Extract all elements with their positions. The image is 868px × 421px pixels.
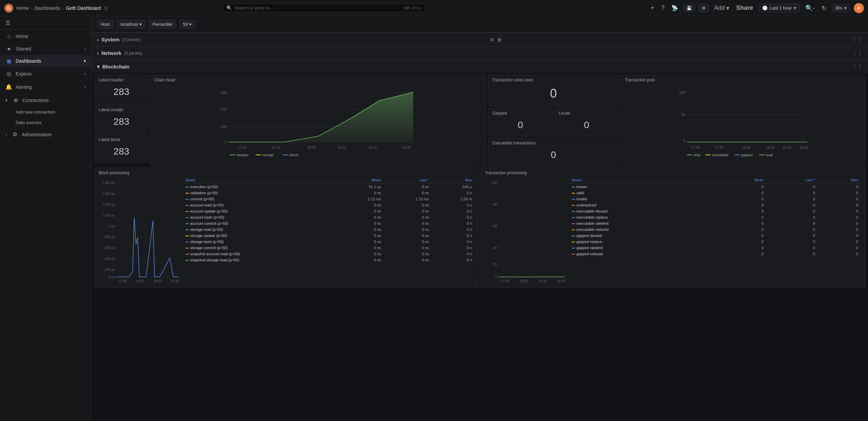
tx-processing-table: Name Mean Last * Max known 0 0 0 valid 0… [569, 177, 861, 285]
table-row: snapshot storage read (p=50) 0 ns 0 ns 0… [183, 257, 475, 263]
breadcrumb-home[interactable]: Home [16, 5, 29, 11]
svg-text:17:40: 17:40 [238, 146, 246, 149]
network-section-count: (6 panels) [124, 51, 142, 56]
share-button[interactable]: Share [735, 3, 754, 13]
dashboard-main: Host localhost ▾ Percentile 50 ▾ › Syste… [92, 16, 868, 421]
nav-plus-button[interactable]: + [649, 3, 656, 13]
nav-help-button[interactable]: ? [660, 3, 666, 13]
svg-text:17:40: 17:40 [691, 146, 699, 149]
blockchain-section-title: Blockchain [102, 64, 130, 69]
sidebar-item-starred[interactable]: ★ Starred › [0, 43, 91, 55]
zoom-out-button[interactable]: 🔍- [804, 3, 816, 13]
star-dashboard-button[interactable]: ☆ [103, 4, 109, 12]
nav-rss-button[interactable]: 📡 [670, 3, 679, 13]
table-row: storage read (p=50) 0 ns 0 ns 0 n [183, 226, 475, 233]
admin-icon: ⚙ [12, 131, 18, 138]
system-section-title: System [101, 37, 119, 42]
auto-refresh-selector[interactable]: 30s ▾ [832, 4, 850, 12]
clock-icon: 🕐 [762, 5, 768, 11]
latest-block-title: Latest block [99, 137, 144, 142]
search-bar[interactable]: 🔍 Search or jump to... ⌨ ctrl+k [222, 4, 426, 12]
table-row: execution (p=50) 51.1 µs 0 ns 646 µ [183, 184, 475, 190]
svg-text:18:00: 18:00 [135, 279, 143, 283]
table-row: valid 0 0 0 [569, 190, 861, 196]
blockchain-section-header[interactable]: ▾ Blockchain ⋮⋮ [92, 60, 868, 73]
table-row: account update (p=50) 0 ns 0 ns 0 n [183, 208, 475, 214]
exec-tx-value: 0 [492, 147, 615, 163]
svg-text:0: 0 [495, 275, 497, 279]
svg-text:18:00: 18:00 [519, 279, 528, 283]
tx-pool-chart: 100 50 0 17:40 17:50 18:00 18:10 18:20 [625, 84, 861, 158]
col-mean: Mean [336, 177, 384, 184]
svg-text:0: 0 [683, 139, 685, 143]
sidebar-label-dashboards: Dashboards [16, 58, 41, 64]
star-icon: ★ [5, 46, 12, 52]
tx-slots-title: Transaction slots used [492, 78, 615, 82]
block-processing-panel: Block processing 1.80 ms 1.60 ms 1.40 ms… [94, 167, 479, 288]
system-settings-icon[interactable]: ⚙ [490, 37, 494, 42]
table-row: validation (p=50) 0 ns 0 ns 0 n [183, 190, 475, 196]
svg-text:18:20: 18:20 [368, 146, 377, 149]
sidebar-item-add-connection[interactable]: Add new connection [0, 107, 91, 117]
table-row: account commit (p=50) 0 ns 0 ns 0 n [183, 220, 475, 226]
app-logo[interactable]: G [4, 3, 14, 13]
locals-value: 0 [558, 117, 614, 133]
bell-icon: 🔔 [5, 84, 12, 90]
sidebar-item-connections[interactable]: ▾ ⊕ Connections [0, 94, 91, 107]
col-name: Name [183, 177, 336, 184]
search-icon: 🔍 [226, 5, 232, 11]
latest-block-panel: Latest block 283 [94, 134, 149, 163]
breadcrumb-dashboards[interactable]: Dashboards [35, 5, 60, 11]
col-last: Last * [384, 177, 432, 184]
svg-text:200 µs: 200 µs [105, 268, 115, 272]
svg-text:50: 50 [681, 113, 685, 117]
svg-text:1.20 ms: 1.20 ms [103, 214, 115, 217]
sidebar-label-explore: Explore [16, 71, 32, 77]
chain-head-panel: Chain head 300 200 100 0 [150, 75, 487, 166]
top-nav: G Home › Dashboards › Geth Dashboard ☆ 🔍… [0, 0, 868, 16]
sidebar-label-connections: Connections [22, 98, 49, 103]
svg-text:18:30: 18:30 [402, 146, 411, 149]
sidebar-item-data-sources[interactable]: Data sources [0, 117, 91, 128]
network-grid-icon: ⋮⋮ [852, 50, 863, 56]
svg-text:executable: executable [712, 153, 729, 157]
stat-panels-group: Latest header 283 Latest receipt 283 Lat… [94, 75, 149, 166]
block-processing-content: 1.80 ms 1.60 ms 1.40 ms 1.20 ms 1 ms 800… [99, 177, 475, 285]
table-row: commit (p=50) 1.12 ms 1.10 ms 1.59 m [183, 196, 475, 202]
add-button[interactable]: Add ▾ [713, 3, 731, 13]
settings-button[interactable]: ⚙ [699, 4, 709, 12]
tx-col-max: Max [818, 177, 861, 184]
save-dashboard-button[interactable]: 💾 [684, 4, 695, 12]
system-section-header[interactable]: › System (3 panels) ⚙ 🗑 ⋮⋮ [92, 33, 868, 46]
sidebar-toggle-button[interactable]: ☰ [0, 16, 91, 30]
svg-text:17:45: 17:45 [501, 279, 509, 283]
host-label: Host [97, 20, 114, 29]
svg-text:18:15: 18:15 [154, 279, 162, 283]
time-range-picker[interactable]: 🕐 Last 1 hour ▾ [758, 3, 800, 13]
network-section-header[interactable]: › Network (6 panels) ⋮⋮ [92, 46, 868, 60]
avatar[interactable]: A [854, 3, 864, 13]
sidebar-item-explore[interactable]: ◎ Explore › [0, 67, 91, 80]
table-row: executable replace 0 0 0 [569, 214, 861, 220]
table-row: executable ratelimit 0 0 0 [569, 220, 861, 226]
sidebar-item-administration[interactable]: › ⚙ Administration [0, 128, 91, 141]
percentile-selector[interactable]: 50 ▾ [179, 20, 195, 29]
latest-receipt-value: 283 [99, 114, 144, 130]
search-shortcut: ⌨ ctrl+k [404, 6, 421, 11]
network-section-title: Network [101, 50, 121, 56]
dashboards-icon: ▦ [5, 58, 12, 64]
latest-receipt-panel: Latest receipt 283 [94, 104, 149, 133]
sidebar-label-home: Home [16, 34, 28, 39]
table-row: gapped discard 0 0 0 [569, 233, 861, 239]
tx-pool-panel: Transaction pool 100 50 0 17:40 17:50 18… [620, 75, 865, 166]
sidebar-item-alerting[interactable]: 🔔 Alerting › [0, 80, 91, 94]
sidebar-item-dashboards[interactable]: ▦ Dashboards ▾ [0, 55, 91, 67]
refresh-button[interactable]: ↻ [820, 3, 828, 13]
host-selector[interactable]: localhost ▾ [117, 20, 145, 29]
table-row: known 0 0 0 [569, 184, 861, 190]
block-processing-chart: 1.80 ms 1.60 ms 1.40 ms 1.20 ms 1 ms 800… [99, 177, 180, 285]
svg-text:17:50: 17:50 [272, 146, 280, 149]
sidebar-item-home[interactable]: ⌂ Home [0, 30, 91, 43]
system-delete-icon[interactable]: 🗑 [497, 37, 502, 42]
table-row: storage hash (p=50) 0 ns 0 ns 0 n [183, 239, 475, 245]
